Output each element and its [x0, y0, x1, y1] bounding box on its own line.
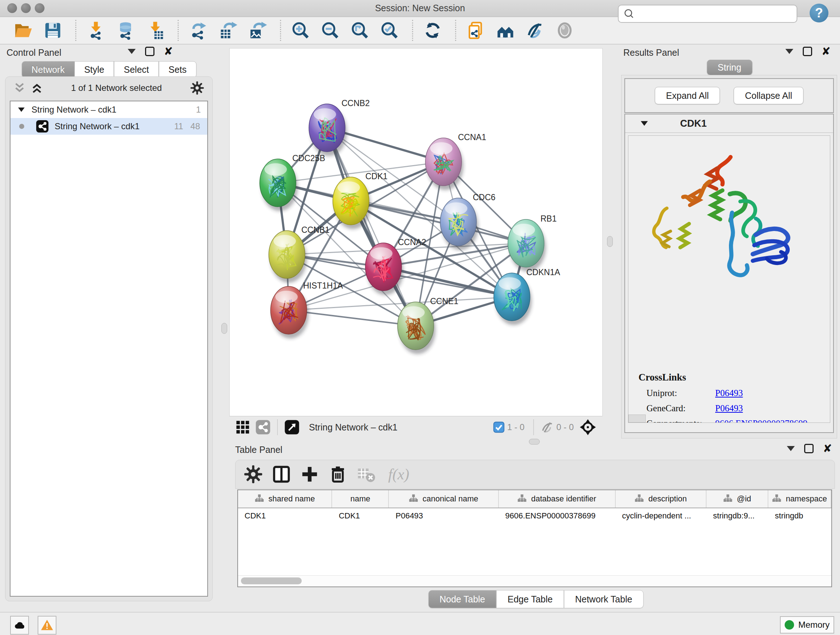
show-all-icon[interactable]	[555, 21, 574, 40]
status-bar: Memory	[0, 612, 840, 635]
delete-column-icon[interactable]	[328, 464, 347, 484]
column-type-icon	[255, 494, 264, 504]
first-neighbors-icon[interactable]	[496, 21, 515, 40]
node-CCNB2[interactable]: CCNB2	[309, 98, 370, 156]
warning-icon	[41, 619, 54, 632]
table-panel-close-icon[interactable]: ✘	[823, 445, 832, 453]
column-header-@id[interactable]: @id	[706, 490, 768, 508]
pan-crosshair-icon[interactable]	[579, 419, 596, 435]
network-canvas[interactable]: CCNB2CCNA1CDC25BCDK1CDC6RB1CCNB1CCNA2CDK…	[229, 48, 603, 416]
zoom-in-icon[interactable]	[291, 21, 310, 40]
control-panel-menu-icon[interactable]	[128, 49, 136, 54]
search-input[interactable]	[638, 9, 797, 19]
save-session-icon[interactable]	[43, 21, 62, 40]
tab-select[interactable]: Select	[114, 61, 158, 78]
expand-all-button[interactable]: Expand All	[655, 87, 720, 104]
hide-selection-icon[interactable]	[526, 21, 545, 40]
export-image-icon[interactable]	[248, 21, 267, 40]
table-cell: CDK1	[238, 508, 332, 525]
warning-button[interactable]	[38, 616, 57, 635]
string-results-container: Expand All Collapse All CDK1 cyclin–depe…	[621, 75, 837, 439]
control-panel-float-icon[interactable]	[145, 47, 155, 56]
export-table-to-file-icon[interactable]	[218, 21, 237, 40]
import-network-from-file-icon[interactable]	[87, 21, 105, 40]
results-panel-float-icon[interactable]	[803, 47, 812, 56]
network-row-selected[interactable]: String Network – cdk1 11 48	[11, 118, 207, 135]
column-header-description[interactable]: description	[616, 490, 706, 508]
table-panel-menu-icon[interactable]	[787, 446, 795, 451]
node-CCNE1[interactable]: CCNE1	[398, 296, 458, 354]
node-CCNA1[interactable]: CCNA1	[425, 133, 486, 190]
birdseye-view-icon[interactable]	[284, 420, 300, 435]
network-options-gear-icon[interactable]	[190, 81, 204, 95]
tab-network[interactable]: Network	[22, 61, 74, 78]
gene-expander-icon[interactable]	[639, 119, 649, 128]
show-columns-icon[interactable]	[272, 464, 291, 484]
tab-edge-table[interactable]: Edge Table	[496, 590, 564, 608]
node-RB1[interactable]: RB1	[508, 214, 557, 272]
column-type-icon	[517, 494, 527, 504]
crosslink-link[interactable]: 9606.ENSP00000378699	[715, 418, 807, 423]
node-CDC25B[interactable]: CDC25B	[260, 154, 325, 211]
network-toolbar-separator	[277, 419, 278, 435]
help-button[interactable]: ?	[810, 4, 829, 22]
node-CDKN1A[interactable]: CDKN1A	[494, 268, 561, 325]
copy-network-icon[interactable]	[466, 21, 485, 40]
collection-expander-icon[interactable]	[17, 105, 26, 114]
scrollbar-thumb[interactable]	[241, 578, 302, 584]
import-table-from-file-icon[interactable]	[146, 21, 164, 40]
network-view-toolbar: String Network – cdk1 1 - 0 0 - 0	[229, 416, 602, 438]
right-splitter-handle[interactable]	[607, 236, 613, 247]
table-horizontal-scrollbar[interactable]	[238, 575, 831, 586]
crosslink-link[interactable]: P06493	[715, 388, 743, 398]
node-label-HIST1H1A: HIST1H1A	[303, 281, 343, 290]
tab-string[interactable]: String	[707, 60, 752, 75]
crosslink-link[interactable]: P06493	[715, 403, 743, 413]
memory-button[interactable]: Memory	[780, 616, 834, 633]
column-header-database-identifier[interactable]: database identifier	[499, 490, 616, 508]
add-column-icon[interactable]	[300, 464, 319, 484]
import-network-from-database-icon[interactable]	[116, 21, 135, 40]
table-panel-float-icon[interactable]	[804, 444, 813, 453]
node-HIST1H1A[interactable]: HIST1H1A	[271, 281, 343, 339]
hidden-eye-icon[interactable]	[540, 420, 554, 434]
network-collection-row[interactable]: String Network – cdk1 1	[11, 101, 207, 118]
refresh-view-icon[interactable]	[423, 21, 442, 40]
zoom-selected-icon[interactable]	[380, 21, 399, 40]
collapse-all-button[interactable]: Collapse All	[734, 87, 804, 104]
results-panel-menu-icon[interactable]	[785, 49, 793, 54]
node-CDC6[interactable]: CDC6	[440, 193, 496, 250]
search-icon	[623, 8, 635, 20]
column-header-canonical-name[interactable]: canonical name	[389, 490, 499, 508]
open-session-icon[interactable]	[14, 21, 33, 40]
protein-structure-image	[643, 146, 802, 302]
tab-style[interactable]: Style	[74, 61, 114, 78]
grid-view-icon[interactable]	[235, 420, 250, 435]
collapse-all-networks-icon[interactable]	[13, 82, 26, 94]
tab-network-table[interactable]: Network Table	[564, 590, 644, 608]
network-view-share-icon[interactable]	[256, 420, 271, 435]
tab-node-table[interactable]: Node Table	[428, 590, 496, 608]
gene-section-header[interactable]: CDK1	[625, 114, 833, 133]
expand-all-networks-icon[interactable]	[31, 82, 43, 94]
selected-checkbox-icon[interactable]	[493, 421, 505, 433]
zoom-out-icon[interactable]	[321, 21, 340, 40]
toolbar-separator	[280, 20, 281, 41]
column-header-namespace[interactable]: namespace	[768, 490, 831, 508]
column-header-shared-name[interactable]: shared name	[238, 490, 332, 508]
results-panel-close-icon[interactable]: ✘	[821, 48, 831, 55]
results-scroll-stub[interactable]	[628, 415, 646, 423]
table-cell: stringdb	[768, 508, 831, 525]
cloud-button[interactable]	[10, 616, 29, 635]
export-network-to-file-icon[interactable]	[189, 21, 208, 40]
left-splitter-handle[interactable]	[221, 323, 227, 334]
network-status-dot	[19, 124, 24, 129]
zoom-fit-icon[interactable]	[351, 21, 369, 40]
node-label-CCNA1: CCNA1	[458, 133, 486, 142]
column-header-name[interactable]: name	[332, 490, 389, 508]
table-row[interactable]: CDK1CDK1P064939606.ENSP00000378699cyclin…	[238, 508, 831, 525]
table-options-gear-icon[interactable]	[243, 464, 263, 484]
control-panel-close-icon[interactable]: ✘	[164, 48, 173, 55]
tab-sets[interactable]: Sets	[159, 61, 196, 78]
column-type-icon	[723, 494, 733, 504]
